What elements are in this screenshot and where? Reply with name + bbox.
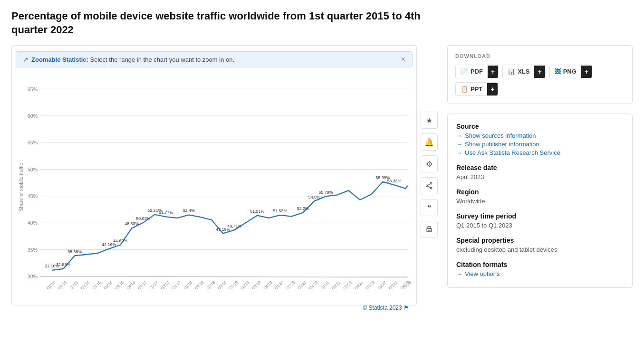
svg-text:54.8%: 54.8% <box>308 195 320 200</box>
svg-text:Q1'22: Q1'22 <box>365 280 376 291</box>
ppt-plus[interactable]: + <box>487 83 498 95</box>
share-button[interactable] <box>421 177 438 194</box>
print-button[interactable] <box>421 221 438 238</box>
svg-text:48.33%: 48.33% <box>125 222 139 227</box>
svg-text:30%: 30% <box>28 274 38 279</box>
svg-text:Q1'18: Q1'18 <box>183 280 193 291</box>
arrow-icon: → <box>456 132 462 139</box>
png-plus[interactable]: + <box>581 66 592 78</box>
svg-text:Q1'19: Q1'19 <box>228 280 239 291</box>
pdf-download-button[interactable]: 📄 PDF + <box>455 65 499 78</box>
svg-text:58.33%: 58.33% <box>387 179 401 183</box>
svg-text:Q4'15: Q4'15 <box>80 280 91 291</box>
svg-text:55%: 55% <box>28 140 38 145</box>
download-title: DOWNLOAD <box>455 53 625 59</box>
region-label: Region <box>456 188 624 196</box>
xls-download-button[interactable]: 📊 XLS + <box>502 65 545 78</box>
citation-section: Citation formats → View options <box>456 261 624 277</box>
svg-text:Q1'16: Q1'16 <box>91 280 102 291</box>
svg-text:Q4'20: Q4'20 <box>308 280 319 291</box>
svg-point-70 <box>430 187 432 189</box>
svg-text:Q1'17: Q1'17 <box>137 280 148 291</box>
svg-text:Q2'15: Q2'15 <box>57 280 68 291</box>
svg-text:51.51%: 51.51% <box>250 209 264 214</box>
png-download-button[interactable]: 🖼 PNG + <box>549 65 592 78</box>
ppt-label: PPT <box>471 86 482 93</box>
cite-button[interactable]: ❝ <box>421 199 438 216</box>
release-date-label: Release date <box>456 164 624 171</box>
pdf-plus[interactable]: + <box>488 66 498 78</box>
svg-rect-75 <box>428 227 431 228</box>
svg-text:Q3'17: Q3'17 <box>160 280 171 291</box>
svg-text:Q4'16: Q4'16 <box>125 280 136 291</box>
svg-text:Q3'18: Q3'18 <box>205 280 216 291</box>
png-icon: 🖼 <box>555 68 561 75</box>
svg-text:Q4'17: Q4'17 <box>171 280 182 291</box>
svg-text:Q2'20: Q2'20 <box>285 280 296 291</box>
release-date-value: April 2023 <box>456 173 624 180</box>
alert-button[interactable]: 🔔 <box>421 133 438 151</box>
svg-text:Q2'16: Q2'16 <box>103 280 114 291</box>
side-icons-panel: ★ 🔔 ⚙ ❝ <box>421 45 438 305</box>
svg-text:40%: 40% <box>28 221 38 226</box>
copyright-text: © Statista 2023 ⚑ <box>16 304 413 311</box>
svg-line-73 <box>428 186 431 188</box>
survey-period-value: Q1 2015 to Q1 2023 <box>456 222 624 229</box>
arrow-icon: → <box>456 149 462 156</box>
show-sources-link[interactable]: → Show sources information <box>456 132 624 139</box>
page-title: Percentage of mobile device website traf… <box>11 10 425 37</box>
download-box: DOWNLOAD 📄 PDF + 📊 XLS + <box>447 45 633 104</box>
svg-text:51.53%: 51.53% <box>273 209 287 213</box>
svg-line-72 <box>428 184 431 185</box>
xls-plus[interactable]: + <box>534 66 545 78</box>
ppt-download-button[interactable]: 📋 PPT + <box>455 82 498 96</box>
ask-statista-link[interactable]: → Use Ask Statista Research Service <box>456 149 624 156</box>
svg-text:Q2'17: Q2'17 <box>148 280 159 291</box>
region-value: Worldwide <box>456 198 624 205</box>
region-section: Region Worldwide <box>456 188 624 205</box>
svg-text:52.2%: 52.2% <box>297 206 309 211</box>
svg-text:45%: 45% <box>28 194 38 199</box>
svg-text:32.85%: 32.85% <box>56 262 70 267</box>
svg-text:35%: 35% <box>28 247 38 253</box>
svg-text:Q1'20: Q1'20 <box>274 280 285 291</box>
svg-text:Q3'22: Q3'22 <box>388 280 399 291</box>
svg-text:Q4'18: Q4'18 <box>217 280 228 291</box>
view-options-link[interactable]: → View options <box>456 270 624 277</box>
ppt-icon: 📋 <box>461 86 468 93</box>
xls-icon: 📊 <box>508 68 515 75</box>
svg-text:Q4'19: Q4'19 <box>262 280 273 291</box>
svg-text:Q3'16: Q3'16 <box>114 280 125 291</box>
svg-text:Q1'21: Q1'21 <box>319 280 330 291</box>
svg-text:Q2'19: Q2'19 <box>240 280 250 291</box>
info-box: Source → Show sources information → Show… <box>447 114 633 288</box>
svg-text:Q2'22: Q2'22 <box>376 280 387 291</box>
xls-label: XLS <box>518 68 529 75</box>
download-buttons: 📄 PDF + 📊 XLS + 🖼 PNG <box>455 65 625 96</box>
special-properties-section: Special properties excluding desktop and… <box>456 237 624 253</box>
right-panel: DOWNLOAD 📄 PDF + 📊 XLS + <box>447 45 633 288</box>
svg-point-71 <box>426 185 428 187</box>
zoom-icon: ↗ <box>23 56 29 63</box>
svg-text:Q3'15: Q3'15 <box>68 280 79 291</box>
pdf-label: PDF <box>471 68 483 75</box>
zoom-close-button[interactable]: × <box>401 56 405 63</box>
svg-text:50.03%: 50.03% <box>136 216 150 221</box>
settings-button[interactable]: ⚙ <box>421 155 438 172</box>
svg-text:Q2'18: Q2'18 <box>194 280 205 291</box>
chart-container[interactable]: Share of mobile traffic 30% 35% 40% 45% … <box>16 73 413 301</box>
svg-text:Q3'21: Q3'21 <box>342 280 353 291</box>
zoom-banner-text: Zoomable Statistic: Select the range in … <box>31 56 234 63</box>
survey-period-label: Survey time period <box>456 212 624 220</box>
svg-text:50%: 50% <box>28 167 38 172</box>
special-properties-value: excluding desktop and tablet devices <box>456 246 624 253</box>
bookmark-button[interactable]: ★ <box>421 112 438 129</box>
svg-text:Q3'19: Q3'19 <box>251 280 262 291</box>
pdf-icon: 📄 <box>461 68 468 75</box>
svg-text:51.77%: 51.77% <box>159 210 173 215</box>
svg-text:52.4%: 52.4% <box>183 208 195 213</box>
source-section: Source → Show sources information → Show… <box>456 123 624 156</box>
show-publisher-link[interactable]: → Show publisher information <box>456 141 624 148</box>
survey-period-section: Survey time period Q1 2015 to Q1 2023 <box>456 212 624 229</box>
svg-text:Q1'23: Q1'23 <box>401 280 412 291</box>
